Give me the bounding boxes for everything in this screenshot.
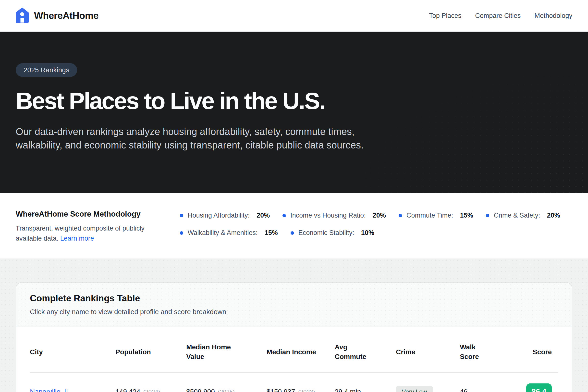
weight-commute-time: Commute Time: 15%: [398, 212, 473, 219]
main-nav: Top Places Compare Cities Methodology: [429, 12, 572, 20]
col-header-score: Score: [516, 327, 558, 372]
site-header: WhereAtHome Top Places Compare Cities Me…: [0, 0, 588, 32]
cell-home-value: $509,900(2025): [186, 372, 266, 392]
methodology-title: WhereAtHome Score Methodology: [16, 210, 163, 218]
rankings-section: Complete Rankings Table Click any city n…: [0, 258, 588, 392]
bullet-dot-icon: [180, 231, 183, 235]
learn-more-link[interactable]: Learn more: [60, 235, 94, 242]
weight-housing-affordability: Housing Affordability: 20%: [180, 212, 270, 219]
cell-crime: Very Low: [396, 372, 460, 392]
brand-name: WhereAtHome: [34, 10, 98, 21]
home-logo-icon: [16, 8, 29, 24]
nav-compare-cities[interactable]: Compare Cities: [475, 12, 520, 20]
page-title: Best Places to Live in the U.S.: [16, 87, 572, 115]
bullet-dot-icon: [282, 214, 286, 217]
rankings-card: Complete Rankings Table Click any city n…: [16, 282, 572, 392]
rankings-table-wrap: City Population Median Home Value Median…: [16, 327, 572, 392]
score-badge: 86.4: [526, 384, 552, 392]
col-header-population: Population: [116, 327, 186, 372]
crime-level-badge: Very Low: [396, 386, 433, 392]
rankings-subtitle: Click any city name to view detailed pro…: [30, 308, 558, 316]
weight-walkability-amenities: Walkability & Amenities: 15%: [180, 229, 278, 237]
bullet-dot-icon: [180, 214, 183, 217]
nav-methodology[interactable]: Methodology: [534, 12, 572, 20]
income-year-note: (2023): [298, 388, 315, 392]
brand[interactable]: WhereAtHome: [16, 8, 98, 24]
cell-commute: 29.4 min: [335, 372, 396, 392]
col-header-crime: Crime: [396, 327, 460, 372]
rankings-year-badge: 2025 Rankings: [16, 63, 77, 77]
weight-economic-stability: Economic Stability: 10%: [290, 229, 374, 237]
population-year-note: (2024): [143, 388, 160, 392]
methodology-description: Transparent, weighted composite of publi…: [16, 224, 159, 243]
cell-walk-score: 46: [460, 372, 516, 392]
cell-income: $150,937(2023): [266, 372, 335, 392]
col-header-median-income: Median Income: [266, 327, 335, 372]
weight-income-housing-ratio: Income vs Housing Ratio: 20%: [282, 212, 386, 219]
col-header-walk-score: Walk Score: [460, 327, 516, 372]
col-header-median-home-value: Median Home Value: [186, 327, 266, 372]
cell-city: Naperville, IL: [30, 372, 116, 392]
col-header-city: City: [30, 327, 116, 372]
rankings-card-header: Complete Rankings Table Click any city n…: [16, 283, 572, 327]
home-value-year-note: (2025): [218, 388, 235, 392]
table-header-row: City Population Median Home Value Median…: [30, 327, 558, 372]
methodology-section: WhereAtHome Score Methodology Transparen…: [0, 193, 588, 258]
page-subtitle: Our data-driven rankings analyze housing…: [16, 125, 390, 152]
col-header-avg-commute: Avg Commute: [335, 327, 396, 372]
cell-score: 86.4: [516, 372, 558, 392]
nav-top-places[interactable]: Top Places: [429, 12, 461, 20]
hero-dot-pattern: [331, 56, 588, 193]
city-link[interactable]: Naperville, IL: [30, 388, 70, 392]
cell-population: 149,424(2024): [116, 372, 186, 392]
weight-list: Housing Affordability: 20% Income vs Hou…: [180, 210, 572, 243]
weight-crime-safety: Crime & Safety: 20%: [486, 212, 560, 219]
table-row: Naperville, IL 149,424(2024) $509,900(20…: [30, 372, 558, 392]
bullet-dot-icon: [398, 214, 402, 217]
rankings-title: Complete Rankings Table: [30, 293, 558, 304]
rankings-table: City Population Median Home Value Median…: [30, 327, 558, 392]
methodology-intro: WhereAtHome Score Methodology Transparen…: [16, 210, 163, 243]
bullet-dot-icon: [486, 214, 489, 217]
hero-section: 2025 Rankings Best Places to Live in the…: [0, 32, 588, 193]
bullet-dot-icon: [290, 231, 294, 235]
